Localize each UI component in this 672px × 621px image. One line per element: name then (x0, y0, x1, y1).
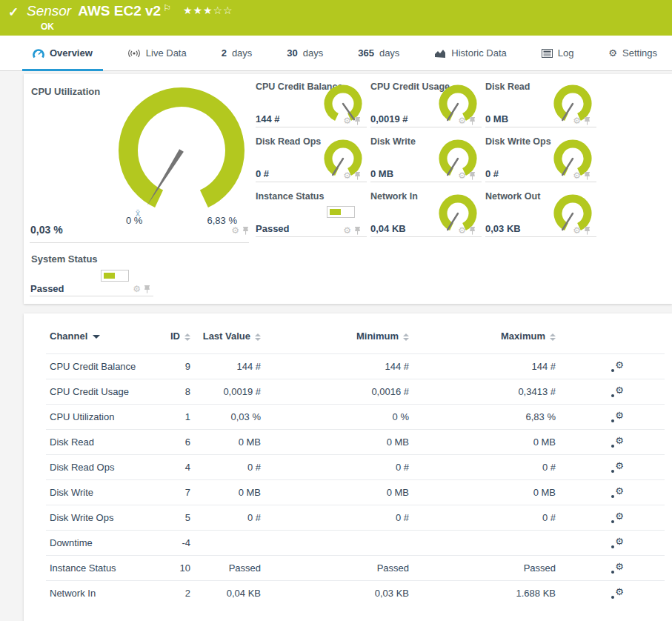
cell-last: 144 # (194, 354, 265, 379)
tab-label: Settings (622, 47, 657, 59)
tile-settings-gear-icon[interactable]: ⚙ (458, 116, 466, 125)
tile-title: Instance Status (256, 191, 324, 202)
tab-log[interactable]: Log (531, 36, 585, 70)
tab-label: days (379, 47, 399, 59)
channel-settings-icon[interactable]: ⚙ (611, 512, 624, 524)
rating-stars[interactable]: ★★★☆☆ (183, 4, 233, 16)
channel-settings-icon[interactable]: ⚙ (611, 537, 624, 549)
tab-number: 2 (222, 47, 227, 59)
tab-label: days (303, 47, 323, 59)
tile-settings-gear-icon[interactable]: ⚙ (573, 116, 581, 125)
tile-settings-gear-icon[interactable]: ⚙ (231, 226, 239, 235)
cell-ch: Downtime (46, 531, 150, 556)
tile-cpu-credit-balance[interactable]: CPU Credit Balance144 #⚙ (256, 80, 367, 127)
tile-value: 0 # (256, 168, 269, 179)
tile-cpu-credit-usage[interactable]: CPU Credit Usage0,0019 #⚙ (370, 80, 482, 127)
tile-settings-gear-icon[interactable]: ⚙ (343, 226, 351, 235)
channel-settings-icon[interactable]: ⚙ (611, 411, 624, 423)
status-indicator (327, 206, 355, 218)
pin-icon[interactable] (584, 172, 591, 180)
tile-disk-read-ops[interactable]: Disk Read Ops0 #⚙ (256, 135, 367, 182)
pin-icon[interactable] (469, 117, 476, 125)
tile-settings-gear-icon[interactable]: ⚙ (573, 171, 581, 180)
tile-title: Disk Read Ops (256, 136, 321, 147)
tile-settings-gear-icon[interactable]: ⚙ (458, 226, 466, 235)
channel-settings-icon[interactable]: ⚙ (611, 361, 624, 373)
tile-value: Passed (256, 223, 290, 234)
cell-last (194, 531, 265, 556)
cell-last: 0 # (194, 455, 265, 480)
tile-system-status[interactable]: System Status Passed ⚙ (24, 250, 161, 296)
table-row-cpu-credit-balance[interactable]: CPU Credit Balance9144 #144 #144 #⚙ (46, 354, 665, 379)
col-header-channel[interactable]: Channel (46, 313, 150, 354)
pin-icon[interactable] (584, 117, 591, 125)
table-row-cpu-utilization[interactable]: CPU Utilization10,03 %0 %6,83 %⚙ (46, 405, 665, 430)
cell-ch: CPU Utilization (46, 405, 150, 430)
cell-min: 0,0016 # (265, 379, 413, 405)
tab-overview[interactable]: Overview (22, 36, 103, 70)
cell-last: Passed (194, 556, 265, 581)
table-row-disk-write[interactable]: Disk Write70 MB0 MB0 MB⚙ (46, 480, 665, 505)
table-row-network-in[interactable]: Network In20,04 KB0,03 KB1.688 KB⚙ (46, 581, 665, 606)
gauge-icon (33, 48, 44, 59)
tile-settings-gear-icon[interactable]: ⚙ (573, 226, 581, 235)
flag-icon[interactable]: ⚐ (163, 3, 171, 13)
pin-icon[interactable] (144, 285, 150, 293)
cell-min: 0 # (265, 455, 413, 480)
col-header-id[interactable]: ID (150, 313, 194, 354)
pin-icon[interactable] (242, 227, 249, 235)
tile-title: Disk Write Ops (485, 136, 551, 147)
channel-settings-icon[interactable]: ⚙ (611, 462, 624, 474)
cell-min: 0 % (265, 405, 413, 430)
sort-desc-icon (93, 335, 100, 339)
pin-icon[interactable] (469, 172, 476, 180)
tile-settings-gear-icon[interactable]: ⚙ (343, 116, 351, 125)
cell-ch: Disk Write Ops (46, 505, 150, 531)
cell-last: 0,04 KB (194, 581, 265, 606)
pin-icon[interactable] (354, 227, 361, 235)
pin-icon[interactable] (584, 227, 591, 235)
tile-title: Disk Read (485, 82, 530, 92)
pin-icon[interactable] (469, 227, 476, 235)
cell-min: 0 # (265, 505, 413, 531)
table-row-downtime[interactable]: Downtime-4⚙ (46, 531, 665, 556)
col-header-maximum[interactable]: Maximum (413, 313, 559, 354)
tile-cpu-utilization[interactable]: CPU Utilization x̄ 0 % 6,83 % 0,03 % ⚙ (24, 74, 255, 243)
tab-historic-data[interactable]: Historic Data (424, 36, 516, 70)
tile-settings-gear-icon[interactable]: ⚙ (343, 171, 351, 180)
cell-last: 0,03 % (194, 405, 265, 430)
tab-30-days[interactable]: 30days (276, 36, 333, 70)
table-row-cpu-credit-usage[interactable]: CPU Credit Usage80,0019 #0,0016 #0,3413 … (46, 379, 665, 405)
col-header-last-value[interactable]: Last Value (194, 313, 265, 354)
tab-live-data[interactable]: Live Data (117, 36, 197, 70)
tile-network-out[interactable]: Network Out0,03 KB⚙ (485, 190, 596, 237)
table-row-disk-write-ops[interactable]: Disk Write Ops50 #0 #0 #⚙ (46, 505, 665, 531)
live-icon (127, 49, 141, 58)
table-row-disk-read[interactable]: Disk Read60 MB0 MB0 MB⚙ (46, 430, 665, 455)
tile-network-in[interactable]: Network In0,04 KB⚙ (370, 190, 482, 237)
tile-settings-gear-icon[interactable]: ⚙ (133, 285, 141, 293)
tab-settings[interactable]: ⚙Settings (598, 36, 668, 70)
tile-disk-write[interactable]: Disk Write0 MB⚙ (370, 135, 482, 182)
tab-365-days[interactable]: 365days (347, 36, 410, 70)
tile-disk-read[interactable]: Disk Read0 MB⚙ (485, 80, 596, 127)
cell-ch: CPU Credit Usage (46, 379, 150, 405)
table-row-instance-status[interactable]: Instance Status10PassedPassedPassed⚙ (46, 556, 665, 581)
table-row-disk-read-ops[interactable]: Disk Read Ops40 #0 #0 #⚙ (46, 455, 665, 480)
cell-max: 0 # (413, 455, 559, 480)
tile-settings-gear-icon[interactable]: ⚙ (458, 171, 466, 180)
cell-last: 0,0019 # (194, 379, 265, 405)
channel-settings-icon[interactable]: ⚙ (611, 436, 624, 448)
cell-max: 6,83 % (413, 405, 559, 430)
tile-instance-status[interactable]: Instance StatusPassed⚙ (256, 190, 367, 237)
col-header-minimum[interactable]: Minimum (265, 313, 413, 354)
channel-settings-icon[interactable]: ⚙ (611, 588, 624, 600)
pin-icon[interactable] (354, 172, 361, 180)
channel-settings-icon[interactable]: ⚙ (611, 562, 624, 574)
pin-icon[interactable] (354, 117, 361, 125)
channel-settings-icon[interactable]: ⚙ (611, 386, 624, 398)
tile-disk-write-ops[interactable]: Disk Write Ops0 #⚙ (485, 135, 596, 182)
tab-2-days[interactable]: 2days (211, 36, 263, 70)
channel-settings-icon[interactable]: ⚙ (611, 487, 624, 499)
cell-min: 0 MB (265, 480, 413, 505)
